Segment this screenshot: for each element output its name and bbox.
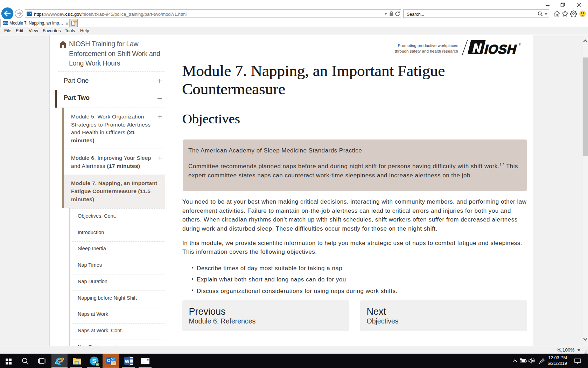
svg-text:W: W — [125, 359, 130, 364]
svg-text:IOSH: IOSH — [483, 42, 518, 56]
svg-text:O: O — [107, 358, 110, 363]
svg-text:®: ® — [519, 43, 521, 46]
